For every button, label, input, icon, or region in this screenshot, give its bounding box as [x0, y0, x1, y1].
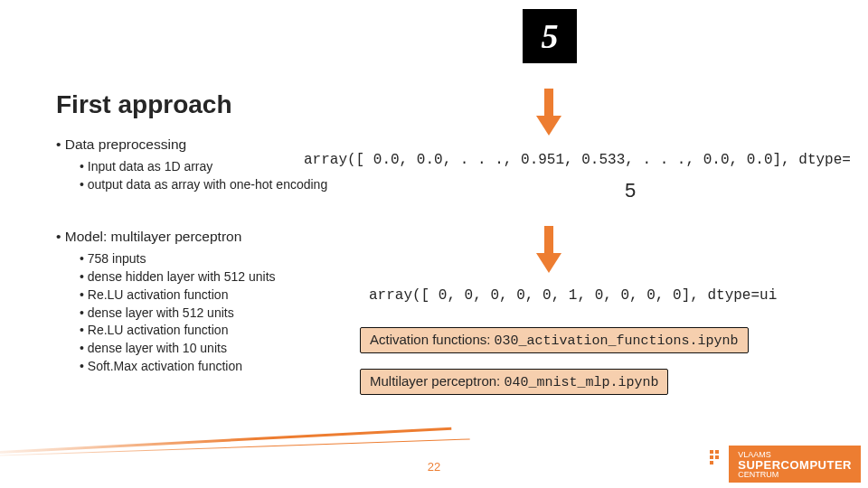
callout-label: Multilayer perceptron: — [370, 373, 500, 389]
svg-rect-1 — [710, 450, 713, 454]
logo-icon — [707, 447, 725, 469]
list-item: dense hidden layer with 512 units — [80, 268, 276, 286]
list-item: Soft.Max activation function — [80, 358, 276, 375]
callout-code: 030_activation_functions.ipynb — [495, 333, 739, 349]
svg-rect-3 — [710, 455, 713, 459]
page-number: 22 — [428, 460, 440, 474]
model-heading: Model: multilayer perceptron — [56, 228, 276, 247]
callout-code: 040_mnist_mlp.ipynb — [504, 375, 658, 390]
arrow-down-icon — [536, 253, 561, 273]
callout-label: Activation functions: — [370, 332, 490, 347]
model-block: Model: multilayer perceptron 758 inputs … — [56, 228, 276, 376]
input-array-text: array([ 0.0, 0.0, . . ., 0.951, 0.533, .… — [304, 152, 851, 168]
callout-mlp: Multilayer perceptron: 040_mnist_mlp.ipy… — [360, 369, 668, 395]
brand-sub: CENTRUM — [738, 470, 778, 479]
digit-five-glyph: 5 — [542, 16, 559, 56]
list-item: Input data as 1D array — [80, 158, 327, 175]
onehot-array-text: array([ 0, 0, 0, 0, 0, 1, 0, 0, 0, 0], d… — [369, 287, 777, 304]
label-value: 5 — [625, 179, 636, 202]
list-item: Re.LU activation function — [80, 286, 276, 304]
preprocessing-heading: Data preprocessing — [56, 136, 327, 155]
brand-logo: VLAAMS SUPERCOMPUTER CENTRUM — [729, 446, 861, 483]
list-item: 758 inputs — [80, 250, 276, 267]
svg-rect-4 — [715, 455, 719, 459]
list-item: Re.LU activation function — [80, 322, 276, 339]
svg-rect-2 — [715, 450, 719, 454]
svg-rect-5 — [710, 461, 713, 465]
list-item: dense layer with 10 units — [80, 340, 276, 357]
arrow-down-icon — [536, 116, 561, 136]
preprocessing-block: Data preprocessing Input data as 1D arra… — [56, 136, 327, 194]
slide-title: First approach — [56, 90, 231, 119]
list-item: output data as array with one-hot encodi… — [80, 176, 327, 193]
list-item: dense layer with 512 units — [80, 305, 276, 322]
mnist-digit-image: 5 — [523, 9, 577, 63]
callout-activation: Activation functions: 030_activation_fun… — [360, 327, 749, 353]
